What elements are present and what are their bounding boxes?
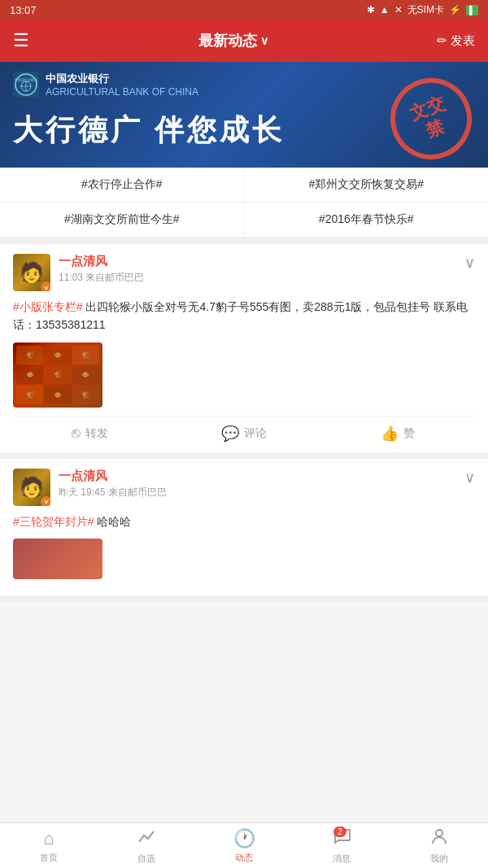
topic-item-4[interactable]: #2016年春节快乐# bbox=[245, 203, 489, 237]
chevron-down-icon: ∨ bbox=[260, 34, 268, 47]
stamp-cell-1: 🐒 bbox=[16, 346, 43, 364]
no-sim-label: 无SIM卡 bbox=[407, 3, 444, 17]
bluetooth-icon: ✱ bbox=[367, 4, 375, 15]
post-card-1: 🧑 v 一点清风 11:03 来自邮币巴巴 ∨ #小版张专栏# 出四轮猴小版全对… bbox=[0, 244, 488, 459]
wifi-icon: ▲ bbox=[380, 4, 390, 15]
comment-label: 评论 bbox=[244, 426, 267, 441]
action-comment-1[interactable]: 💬 评论 bbox=[167, 425, 320, 443]
post-time-1: 11:03 来自邮币巴巴 bbox=[59, 271, 464, 285]
post-content-1: #小版张专栏# 出四轮猴小版全对号无4.7豹子号555有图，卖288元1版，包品… bbox=[13, 298, 475, 334]
post-time-2: 昨天 19:45 来自邮币巴巴 bbox=[59, 486, 464, 499]
bank-name-cn: 中国农业银行 bbox=[46, 72, 198, 86]
post-image-2-preview[interactable] bbox=[13, 539, 102, 579]
action-like-1[interactable]: 👍 赞 bbox=[321, 425, 475, 443]
vip-badge-2: v bbox=[41, 496, 50, 506]
username-1[interactable]: 一点清风 bbox=[59, 254, 464, 269]
banner: 中国农业银行 中国农业银行 AGRICULTURAL BANK OF CHINA… bbox=[0, 62, 488, 168]
stamp-cell-2: 🐵 bbox=[44, 346, 71, 364]
stamp-cell-4: 🐵 bbox=[16, 365, 43, 384]
ban-stamp-text: 文交禁 bbox=[407, 93, 455, 146]
avatar-2: 🧑 v bbox=[13, 469, 50, 506]
x-icon: ✕ bbox=[394, 4, 403, 15]
comment-icon: 💬 bbox=[221, 425, 239, 443]
repost-label: 转发 bbox=[85, 426, 108, 441]
header-title-text: 最新动态 bbox=[198, 31, 257, 50]
status-bar: 13:07 ✱ ▲ ✕ 无SIM卡 ⚡ ▌ bbox=[0, 0, 488, 20]
post-image-grid-1: 🐒 🐵 🐒 🐵 🐒 🐵 🐒 🐵 🐒 bbox=[13, 342, 102, 408]
flash-icon: ⚡ bbox=[449, 4, 461, 15]
divider-1 bbox=[0, 238, 488, 244]
post-header-2: 🧑 v 一点清风 昨天 19:45 来自邮币巴巴 ∨ bbox=[13, 469, 475, 506]
hashtag-2[interactable]: #三轮贺年封片# bbox=[13, 515, 94, 528]
post-actions-1: ⎋ 转发 💬 评论 👍 赞 bbox=[13, 416, 475, 443]
avatar-1: 🧑 v bbox=[13, 254, 50, 291]
username-2[interactable]: 一点清风 bbox=[59, 469, 464, 484]
stamp-cell-8: 🐵 bbox=[44, 385, 71, 403]
bank-name-block: 中国农业银行 AGRICULTURAL BANK OF CHINA bbox=[46, 72, 198, 98]
header: ☰ 最新动态 ∨ ✏ 发表 bbox=[0, 20, 488, 62]
topic-row-2: #湖南文交所前世今生# #2016年春节快乐# bbox=[0, 203, 488, 237]
topic-row-1: #农行停止合作# #郑州文交所恢复交易# bbox=[0, 168, 488, 203]
edit-icon: ✏ bbox=[437, 33, 447, 48]
bank-name-en: AGRICULTURAL BANK OF CHINA bbox=[46, 86, 198, 98]
abc-logo-icon: 中国农业银行 bbox=[15, 73, 37, 96]
hashtag-1[interactable]: #小版张专栏# bbox=[13, 300, 83, 313]
repost-icon: ⎋ bbox=[72, 425, 81, 442]
action-repost-1[interactable]: ⎋ 转发 bbox=[13, 425, 167, 443]
post-card-2: 🧑 v 一点清风 昨天 19:45 来自邮币巴巴 ∨ #三轮贺年封片# 哈哈哈 bbox=[0, 459, 488, 602]
like-label: 赞 bbox=[403, 426, 415, 441]
bank-logo-circle: 中国农业银行 bbox=[13, 72, 39, 98]
stamp-cell-5: 🐒 bbox=[44, 365, 71, 384]
menu-icon[interactable]: ☰ bbox=[13, 30, 29, 51]
header-title-group[interactable]: 最新动态 ∨ bbox=[198, 31, 268, 50]
post-meta-2: 一点清风 昨天 19:45 来自邮币巴巴 bbox=[59, 469, 464, 499]
stamp-cell-6: 🐵 bbox=[72, 365, 99, 384]
topic-item-1[interactable]: #农行停止合作# bbox=[0, 168, 245, 202]
status-icons: ✱ ▲ ✕ 无SIM卡 ⚡ ▌ bbox=[367, 3, 478, 17]
post-button[interactable]: ✏ 发表 bbox=[437, 33, 475, 49]
topic-item-3[interactable]: #湖南文交所前世今生# bbox=[0, 203, 245, 237]
like-icon: 👍 bbox=[381, 425, 399, 443]
stamp-cell-7: 🐒 bbox=[16, 385, 43, 403]
battery-icon: ▌ bbox=[466, 5, 478, 15]
stamp-cell-3: 🐒 bbox=[72, 346, 99, 364]
topic-item-2[interactable]: #郑州文交所恢复交易# bbox=[245, 168, 489, 202]
status-time: 13:07 bbox=[10, 4, 37, 16]
content-area: 中国农业银行 中国农业银行 AGRICULTURAL BANK OF CHINA… bbox=[0, 62, 488, 651]
post-meta-1: 一点清风 11:03 来自邮币巴巴 bbox=[59, 254, 464, 285]
stamp-cell-9: 🐒 bbox=[72, 385, 99, 403]
post-header-1: 🧑 v 一点清风 11:03 来自邮币巴巴 ∨ bbox=[13, 254, 475, 291]
post-label: 发表 bbox=[451, 33, 475, 49]
collapse-icon-2[interactable]: ∨ bbox=[464, 469, 475, 486]
post-content-2: #三轮贺年封片# 哈哈哈 bbox=[13, 513, 475, 530]
hot-topics: #农行停止合作# #郑州文交所恢复交易# #湖南文交所前世今生# #2016年春… bbox=[0, 168, 488, 238]
post-image-1[interactable]: 🐒 🐵 🐒 🐵 🐒 🐵 🐒 🐵 🐒 bbox=[13, 342, 102, 408]
vip-badge-1: v bbox=[41, 281, 50, 291]
collapse-icon-1[interactable]: ∨ bbox=[464, 254, 475, 272]
